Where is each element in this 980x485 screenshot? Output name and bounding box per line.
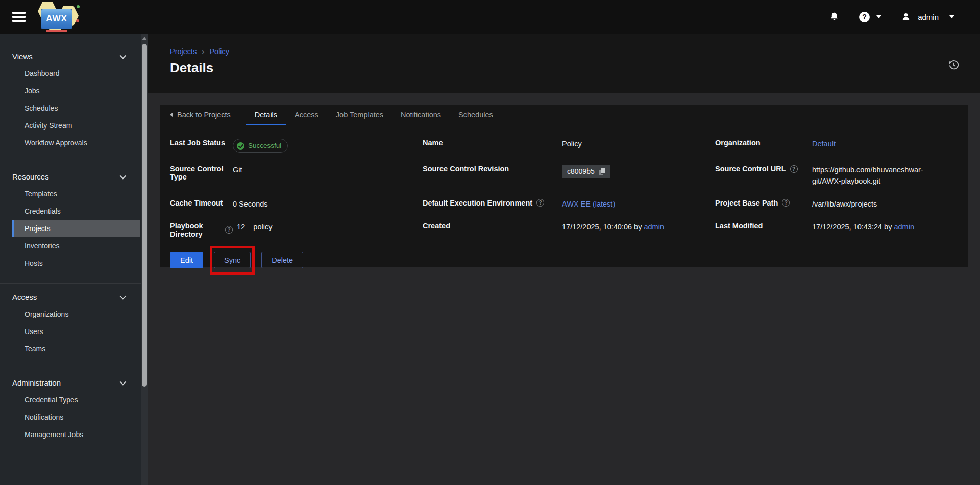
sidebar-item-users[interactable]: Users: [12, 323, 140, 340]
sidebar-section-header-access[interactable]: Access: [0, 289, 148, 305]
detail-value-cache-timeout: 0 Seconds: [233, 199, 423, 210]
detail-value-project-base-path: /var/lib/awx/projects: [812, 199, 948, 210]
top-navbar: AWX ? admin: [0, 0, 980, 34]
tab-details[interactable]: Details: [246, 105, 286, 125]
sidebar-item-schedules[interactable]: Schedules: [12, 99, 140, 117]
detail-value-playbook-directory: _12__policy: [233, 222, 423, 233]
navbar-right-cluster: ? admin: [829, 11, 954, 22]
tab-job-templates[interactable]: Job Templates: [327, 105, 392, 125]
user-menu-button[interactable]: admin: [901, 12, 954, 22]
actions-row: Edit Sync Delete: [160, 238, 968, 268]
sidebar-section-views: Views Dashboard Jobs Schedules Activity …: [0, 48, 148, 151]
detail-value-created: 17/12/2025, 10:40:06 by admin: [562, 222, 715, 233]
detail-value-name: Policy: [562, 139, 715, 150]
status-badge[interactable]: Successful: [233, 139, 288, 153]
scrollbar-up-arrow-icon[interactable]: [142, 37, 147, 40]
help-icon[interactable]: ?: [536, 199, 544, 207]
detail-term-cache-timeout: Cache Timeout: [170, 199, 233, 207]
tab-notifications[interactable]: Notifications: [392, 105, 450, 125]
sidebar-item-hosts[interactable]: Hosts: [12, 254, 140, 272]
sidebar-item-inventories[interactable]: Inventories: [12, 237, 140, 254]
sidebar-section-access: Access Organizations Users Teams: [0, 283, 148, 358]
detail-value-last-modified: 17/12/2025, 10:43:24 by admin: [812, 222, 948, 233]
tab-schedules[interactable]: Schedules: [450, 105, 502, 125]
chevron-down-icon: [120, 53, 127, 59]
detail-term-last-job-status: Last Job Status: [170, 139, 233, 147]
logo-text: AWX: [46, 14, 67, 24]
detail-term-default-execution-environment: Default Execution Environment ?: [423, 199, 562, 207]
logo-screen: AWX: [41, 9, 72, 29]
organization-link[interactable]: Default: [812, 140, 836, 148]
sidebar-item-workflow-approvals[interactable]: Workflow Approvals: [12, 134, 140, 151]
activity-history-button[interactable]: [948, 59, 960, 71]
sidebar-item-dashboard[interactable]: Dashboard: [12, 65, 140, 82]
detail-value-source-control-type: Git: [233, 165, 423, 176]
delete-button[interactable]: Delete: [261, 252, 303, 268]
sidebar-item-templates[interactable]: Templates: [12, 185, 140, 202]
sidebar-section-header-views[interactable]: Views: [0, 48, 148, 65]
detail-value-default-execution-environment: AWX EE (latest): [562, 199, 715, 210]
help-icon[interactable]: ?: [782, 199, 790, 207]
sidebar-item-activity-stream[interactable]: Activity Stream: [12, 117, 140, 134]
detail-term-created: Created: [423, 222, 562, 230]
chevron-down-icon: [949, 15, 954, 18]
detail-term-source-control-type: Source Control Type: [170, 165, 233, 181]
detail-term-last-modified: Last Modified: [715, 222, 812, 230]
sidebar-item-notifications[interactable]: Notifications: [12, 409, 140, 426]
logo-screen-base: [46, 30, 67, 32]
breadcrumb: Projects › Policy: [170, 47, 980, 56]
details-grid: Last Job Status Successful Name Policy O…: [160, 125, 968, 238]
page-title: Details: [170, 60, 980, 76]
username-label: admin: [918, 13, 939, 21]
history-icon: [948, 59, 960, 71]
logo-dot: [77, 5, 80, 8]
sidebar-section-resources: Resources Templates Credentials Projects…: [0, 163, 148, 272]
notifications-button[interactable]: [829, 11, 840, 22]
sidebar-item-credentials[interactable]: Credentials: [12, 202, 140, 220]
help-icon[interactable]: ?: [790, 165, 798, 173]
back-to-projects-tab[interactable]: Back to Projects: [170, 105, 239, 125]
detail-term-name: Name: [423, 139, 562, 147]
edit-button[interactable]: Edit: [170, 252, 203, 268]
created-by-user-link[interactable]: admin: [644, 223, 664, 231]
detail-value-last-job-status: Successful: [233, 139, 423, 153]
hamburger-menu-icon[interactable]: [12, 10, 26, 24]
sidebar-item-jobs[interactable]: Jobs: [12, 82, 140, 99]
chevron-down-icon: [120, 379, 127, 386]
tab-access[interactable]: Access: [286, 105, 327, 125]
check-circle-icon: [237, 142, 244, 150]
detail-term-organization: Organization: [715, 139, 812, 147]
user-icon: [901, 12, 911, 22]
awx-logo[interactable]: AWX: [34, 1, 83, 33]
project-details-card: Back to Projects Details Access Job Temp…: [160, 105, 968, 267]
sidebar-nav: Views Dashboard Jobs Schedules Activity …: [0, 34, 148, 485]
modified-by-user-link[interactable]: admin: [894, 223, 914, 231]
help-icon[interactable]: ?: [225, 226, 233, 234]
sidebar-item-management-jobs[interactable]: Management Jobs: [12, 426, 140, 443]
sidebar-scrollbar[interactable]: [141, 34, 148, 485]
revision-chip: c8009b5: [562, 165, 610, 178]
question-icon: ?: [859, 12, 870, 22]
sidebar-section-header-resources[interactable]: Resources: [0, 168, 148, 185]
detail-term-source-control-url: Source Control URL ?: [715, 165, 812, 173]
execution-environment-link[interactable]: AWX EE (latest): [562, 200, 615, 208]
breadcrumb-policy-link[interactable]: Policy: [209, 47, 229, 56]
copy-icon[interactable]: [599, 168, 605, 175]
sidebar-section-administration: Administration Credential Types Notifica…: [0, 369, 148, 443]
sidebar-scrollbar-thumb[interactable]: [142, 44, 147, 387]
sidebar-item-credential-types[interactable]: Credential Types: [12, 391, 140, 409]
sidebar-item-organizations[interactable]: Organizations: [12, 305, 140, 323]
detail-term-project-base-path: Project Base Path ?: [715, 199, 812, 207]
sidebar-item-projects[interactable]: Projects: [12, 220, 140, 237]
chevron-down-icon: [120, 173, 127, 180]
help-menu-button[interactable]: ?: [859, 12, 881, 22]
sync-button[interactable]: Sync: [214, 252, 251, 268]
tabs-row: Back to Projects Details Access Job Temp…: [160, 105, 968, 125]
page-header: Projects › Policy Details: [148, 34, 980, 93]
breadcrumb-projects-link[interactable]: Projects: [170, 47, 197, 56]
sidebar-item-teams[interactable]: Teams: [12, 340, 140, 358]
sidebar-section-header-administration[interactable]: Administration: [0, 374, 148, 391]
detail-value-source-control-revision: c8009b5: [562, 165, 715, 178]
detail-value-organization: Default: [812, 139, 948, 150]
caret-left-icon: [170, 112, 173, 117]
